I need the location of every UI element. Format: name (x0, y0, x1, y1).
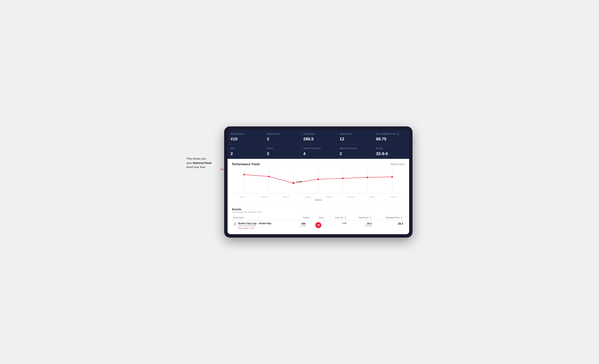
total-pts-sub: 3 Rounds (349, 225, 372, 227)
event-score: -22 (311, 220, 325, 231)
svg-point-11 (292, 182, 295, 184)
event-details: Buster Cozy Cup – Stroke Play Oct 9 - Oc… (238, 222, 271, 229)
table-row: 🏌 Buster Cozy Cup – Stroke Play Oct 9 - … (232, 220, 405, 231)
col-event-sg: Event SG i (325, 215, 348, 220)
info-icon-total-pts[interactable]: i (369, 217, 372, 219)
stat-record-label: Record (376, 147, 406, 150)
stat-match-play: Match Play Events 2 (337, 144, 373, 159)
info-icon-event-sg[interactable]: i (344, 217, 346, 219)
stat-national-rank-value: #10 (230, 137, 261, 142)
stat-regional-rank-label: Regional Rank (267, 133, 297, 135)
stat-scoring-avg-value: 286.5 (303, 137, 333, 142)
stat-avg-weighted: Avg. Weighted Points i 68.75 (373, 130, 409, 144)
event-date: Oct 9 - Oct 10, 2023 (238, 225, 271, 227)
chart-label-dec23: DEC 23 (275, 196, 297, 198)
svg-point-14 (367, 177, 369, 178)
events-table-body: 🏌 Buster Cozy Cup – Stroke Play Oct 9 - … (232, 220, 405, 231)
tooltip-annotation: This shows you your National Rank trend … (186, 157, 211, 169)
chart-label-jan24: JAN 24 (297, 196, 318, 198)
stat-total-rounds: Total Rounds 12 (337, 130, 373, 144)
events-table-header: Event Name Position Score Event SG i Tot… (232, 215, 405, 220)
stat-record-value: 32-8-0 (376, 151, 406, 156)
events-table: Event Name Position Score Event SG i Tot… (232, 215, 405, 231)
svg-point-15 (391, 176, 393, 178)
chart-x-axis-title: Months (232, 199, 405, 201)
col-event-name: Event Name (232, 215, 296, 220)
stat-avg-weighted-label: Avg. Weighted Points i (376, 133, 406, 135)
chart-label-nov23: NOV 23 (254, 196, 275, 198)
position-sub: out of 7 (297, 225, 310, 227)
event-name: Buster Cozy Cup – Stroke Play (238, 222, 271, 225)
stat-wins-label: Wins (230, 147, 261, 150)
stat-top3s: Top 3s 2 (264, 144, 300, 159)
score-badge: -22 (315, 222, 321, 228)
stat-national-rank: National Rank #10 (228, 130, 264, 144)
col-weighted-points: Weighted Points i (373, 215, 405, 220)
event-golf-icon: 🏌 (234, 222, 237, 225)
stat-avg-weighted-value: 68.75 (376, 137, 406, 142)
event-sg: 0.45 (325, 220, 348, 231)
stat-regional-rank: Regional Rank 2 (264, 130, 300, 144)
chart-label-feb24: FEB 24 (318, 196, 340, 198)
performance-title: Performance Trend (232, 163, 260, 166)
stat-record: Record 32-8-0 (373, 144, 409, 159)
event-weighted-points: 28.3 (373, 220, 405, 231)
event-name-cell: 🏌 Buster Cozy Cup – Stroke Play Oct 9 - … (232, 220, 296, 231)
performance-chart: ● #10 (232, 169, 405, 194)
weighted-pts-value: 28.3 (375, 222, 403, 225)
stat-top3s-label: Top 3s (267, 147, 297, 150)
stat-national-rank-label: National Rank (230, 133, 261, 135)
chart-label-mar24: MAR 24 (340, 196, 362, 198)
stat-stroke-play-value: 4 (303, 151, 333, 156)
events-section: Events Last updated: 24th November 2023 … (228, 204, 409, 234)
events-last-updated: Last updated: 24th November 2023 (232, 211, 405, 213)
tablet-screen: National Rank #10 Regional Rank 2 Scorin… (228, 130, 409, 234)
event-rank-impact: Rank Impact: 24 ▼ (238, 227, 271, 229)
stat-total-rounds-value: 12 (340, 137, 370, 142)
info-icon-avg-weighted[interactable]: i (397, 133, 399, 135)
chart-label-oct23: OCT 23 (232, 196, 254, 198)
col-position: Position (296, 215, 311, 220)
col-total-points: Total Points i (348, 215, 373, 220)
total-pts-main: 28.3 (349, 222, 372, 225)
stat-match-play-value: 2 (340, 151, 370, 156)
event-position: 6th out of 7 (296, 220, 311, 231)
rank-impact-arrow: ▼ (253, 227, 255, 229)
stats-header-row2: Wins 2 Top 3s 2 Stroke Play Events 4 Mat… (228, 144, 409, 159)
event-total-points: 28.3 3 Rounds (348, 220, 373, 231)
svg-text:● #10: ● #10 (296, 180, 302, 183)
chart-label-may24: MAY 24 (383, 196, 405, 198)
stat-regional-rank-value: 2 (267, 137, 297, 142)
stat-wins: Wins 2 (228, 144, 264, 159)
chart-label-apr24: APR 24 (361, 196, 383, 198)
stat-wins-value: 2 (230, 151, 261, 156)
stat-total-rounds-label: Total Rounds (340, 133, 370, 135)
svg-point-10 (268, 176, 270, 177)
performance-header: Performance Trend National Rank (232, 163, 405, 166)
tablet-frame: National Rank #10 Regional Rank 2 Scorin… (224, 126, 413, 238)
stats-header-row1: National Rank #10 Regional Rank 2 Scorin… (228, 130, 409, 144)
stat-scoring-avg: Scoring Avg. 286.5 (300, 130, 336, 144)
chart-svg: ● #10 (232, 169, 405, 193)
position-main: 6th (297, 222, 310, 225)
scene: This shows you your National Rank trend … (186, 126, 413, 238)
stat-scoring-avg-label: Scoring Avg. (303, 133, 333, 135)
col-score: Score (311, 215, 325, 220)
stat-top3s-value: 2 (267, 151, 297, 156)
stat-stroke-play: Stroke Play Events 4 (300, 144, 336, 159)
stat-match-play-label: Match Play Events (340, 147, 370, 150)
performance-subtitle: National Rank (390, 163, 405, 166)
info-icon-weighted-pts[interactable]: i (401, 217, 403, 219)
performance-section: Performance Trend National Rank (228, 159, 409, 204)
events-title: Events (232, 208, 405, 211)
chart-month-labels: OCT 23 NOV 23 DEC 23 JAN 24 FEB 24 MAR 2… (232, 195, 405, 198)
svg-point-9 (243, 174, 245, 175)
svg-point-12 (317, 178, 319, 180)
stat-stroke-play-label: Stroke Play Events (303, 147, 333, 150)
svg-point-13 (342, 178, 344, 179)
